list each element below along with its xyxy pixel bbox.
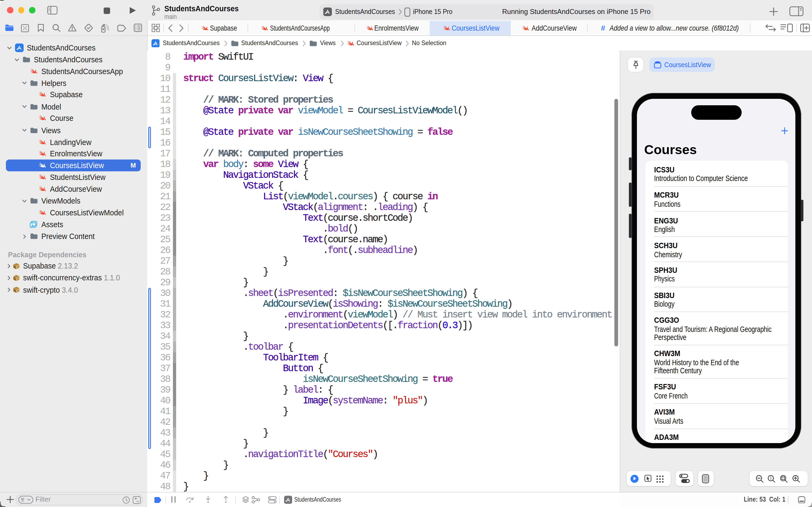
svg-text:1: 1 [770,475,772,480]
